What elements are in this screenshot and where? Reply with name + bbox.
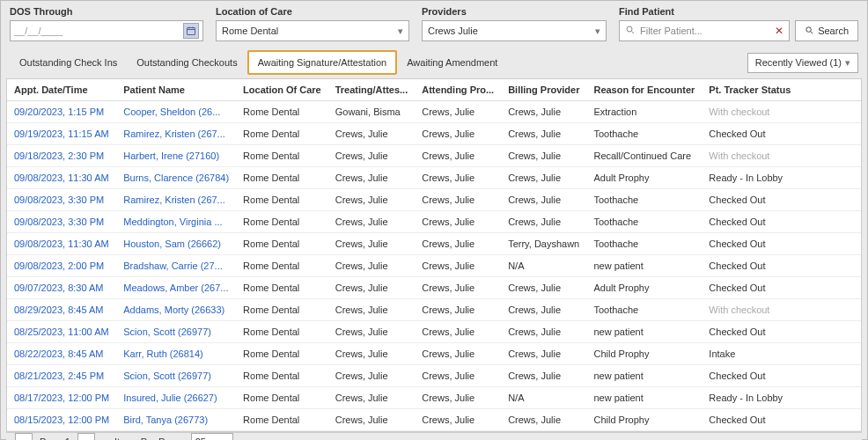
col-appt-datetime[interactable]: Appt. Date/Time [7,79,116,101]
cell-location: Rome Dental [236,167,328,189]
svg-rect-0 [188,28,195,35]
calendar-icon[interactable] [183,23,199,39]
cell-patient-name[interactable]: Houston, Sam (26662) [116,233,236,255]
cell-treating: Crews, Julie [328,277,416,299]
next-page-button[interactable]: › [77,433,95,440]
tab-outstanding-checkouts[interactable]: Outstanding Checkouts [127,51,246,74]
col-treating[interactable]: Treating/Attes... [328,79,416,101]
cell-patient-name[interactable]: Ramirez, Kristen (267... [116,189,236,211]
cell-status: Checked Out [702,123,861,145]
items-per-page-select[interactable]: 25 ▾ [191,433,233,440]
table-row: 09/08/2023, 11:30 AMBurns, Clarence (267… [7,167,861,189]
results-table-wrap: Appt. Date/Time Patient Name Location Of… [6,78,862,432]
cell-patient-name[interactable]: Harbert, Irene (27160) [116,145,236,167]
cell-attending: Crews, Julie [415,233,501,255]
cell-appt-datetime[interactable]: 09/08/2023, 3:30 PM [7,189,116,211]
cell-attending: Crews, Julie [415,387,501,409]
cell-billing: Crews, Julie [501,167,586,189]
cell-patient-name[interactable]: Bradshaw, Carrie (27... [116,255,236,277]
cell-appt-datetime[interactable]: 09/19/2023, 11:15 AM [7,123,116,145]
col-attending[interactable]: Attending Pro... [415,79,501,101]
cell-reason: Extraction [586,101,702,123]
cell-treating: Crews, Julie [328,123,416,145]
table-header-row: Appt. Date/Time Patient Name Location Of… [7,79,861,101]
location-select[interactable]: Rome Dental ▾ [216,20,409,41]
providers-select[interactable]: Crews Julie ▾ [422,20,607,41]
recently-viewed-button[interactable]: Recently Viewed (1) ▾ [747,53,858,73]
tab-outstanding-checkins[interactable]: Outstanding Check Ins [10,51,127,74]
prev-page-button[interactable]: ‹ [15,433,33,440]
cell-appt-datetime[interactable]: 08/15/2023, 12:00 PM [7,409,116,431]
cell-patient-name[interactable]: Karr, Ruth (26814) [116,343,236,365]
cell-treating: Crews, Julie [328,145,416,167]
results-scroll[interactable]: Appt. Date/Time Patient Name Location Of… [7,79,861,431]
find-patient-filter: Find Patient Filter Patient... ✕ Search [619,6,858,41]
cell-patient-name[interactable]: Ramirez, Kristen (267... [116,123,236,145]
chevron-down-icon: ▾ [595,26,600,37]
cell-patient-name[interactable]: Meadows, Amber (267... [116,277,236,299]
table-row: 09/08/2023, 3:30 PMMeddington, Virginia … [7,211,861,233]
cell-appt-datetime[interactable]: 08/17/2023, 12:00 PM [7,387,116,409]
col-location[interactable]: Location Of Care [236,79,328,101]
cell-appt-datetime[interactable]: 08/25/2023, 11:00 AM [7,321,116,343]
cell-patient-name[interactable]: Addams, Morty (26633) [116,299,236,321]
cell-attending: Crews, Julie [415,145,501,167]
find-patient-input[interactable]: Filter Patient... ✕ [619,20,790,41]
search-button[interactable]: Search [795,20,858,41]
cell-reason: Child Prophy [586,409,702,431]
cell-patient-name[interactable]: Scion, Scott (26977) [116,365,236,387]
cell-status: Checked Out [702,189,861,211]
cell-location: Rome Dental [236,343,328,365]
location-filter: Location of Care Rome Dental ▾ [216,6,409,41]
cell-appt-datetime[interactable]: 08/29/2023, 8:45 AM [7,299,116,321]
cell-appt-datetime[interactable]: 09/08/2023, 11:30 AM [7,167,116,189]
dos-date-input[interactable]: __/__/____ [10,20,203,41]
cell-patient-name[interactable]: Burns, Clarence (26784) [116,167,236,189]
cell-appt-datetime[interactable]: 09/07/2023, 8:30 AM [7,277,116,299]
find-label: Find Patient [619,6,858,17]
table-row: 09/08/2023, 3:30 PMRamirez, Kristen (267… [7,189,861,211]
table-row: 09/07/2023, 8:30 AMMeadows, Amber (267..… [7,277,861,299]
tab-awaiting-signature[interactable]: Awaiting Signature/Attestation [247,50,398,75]
col-status[interactable]: Pt. Tracker Status [702,79,861,101]
cell-appt-datetime[interactable]: 08/22/2023, 8:45 AM [7,343,116,365]
cell-patient-name[interactable]: Scion, Scott (26977) [116,321,236,343]
col-patient-name[interactable]: Patient Name [116,79,236,101]
cell-status: Checked Out [702,321,861,343]
cell-appt-datetime[interactable]: 09/08/2023, 2:00 PM [7,255,116,277]
chevron-down-icon: ▾ [224,436,229,441]
tab-awaiting-amendment[interactable]: Awaiting Amendment [397,51,507,74]
cell-attending: Crews, Julie [415,409,501,431]
dos-filter: DOS Through __/__/____ [10,6,203,41]
items-per-page-label: Items Per Page: [114,436,184,440]
cell-location: Rome Dental [236,101,328,123]
cell-attending: Crews, Julie [415,299,501,321]
cell-patient-name[interactable]: Meddington, Virginia ... [116,211,236,233]
cell-billing: Crews, Julie [501,321,586,343]
cell-appt-datetime[interactable]: 08/21/2023, 2:45 PM [7,365,116,387]
cell-reason: Toothache [586,299,702,321]
cell-appt-datetime[interactable]: 09/08/2023, 3:30 PM [7,211,116,233]
cell-treating: Crews, Julie [328,189,416,211]
cell-status: Checked Out [702,211,861,233]
cell-appt-datetime[interactable]: 09/20/2023, 1:15 PM [7,101,116,123]
find-placeholder: Filter Patient... [640,26,702,36]
table-row: 08/29/2023, 8:45 AMAddams, Morty (26633)… [7,299,861,321]
cell-treating: Crews, Julie [328,299,416,321]
cell-reason: new patient [586,365,702,387]
cell-patient-name[interactable]: Cooper, Sheldon (26... [116,101,236,123]
clear-input-icon[interactable]: ✕ [775,25,783,37]
cell-appt-datetime[interactable]: 09/18/2023, 2:30 PM [7,145,116,167]
cell-billing: Terry, Dayshawn [501,233,586,255]
cell-appt-datetime[interactable]: 09/08/2023, 11:30 AM [7,233,116,255]
col-billing[interactable]: Billing Provider [501,79,586,101]
cell-location: Rome Dental [236,365,328,387]
cell-treating: Crews, Julie [328,211,416,233]
app-root: { "filters": { "dos_label": "DOS Through… [0,0,868,440]
cell-location: Rome Dental [236,277,328,299]
col-reason[interactable]: Reason for Encounter [586,79,702,101]
cell-billing: Crews, Julie [501,365,586,387]
cell-patient-name[interactable]: Insured, Julie (26627) [116,387,236,409]
cell-patient-name[interactable]: Bird, Tanya (26773) [116,409,236,431]
pagination-footer: ‹ Page 1 › Items Per Page: 25 ▾ [6,432,862,440]
